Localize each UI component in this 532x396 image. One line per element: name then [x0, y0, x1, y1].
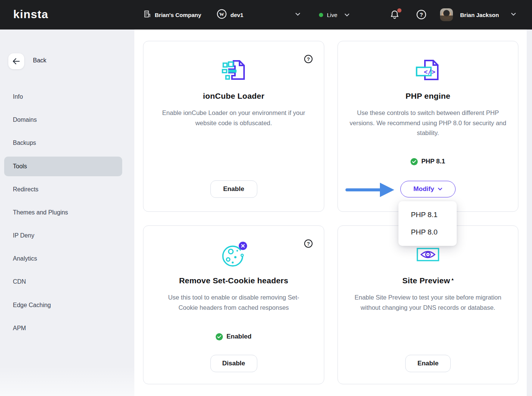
php-option-8-0[interactable]: PHP 8.0 — [398, 224, 457, 241]
sidebar-item-domains[interactable]: Domains — [13, 115, 37, 125]
card-title-set-cookie: Remove Set-Cookie headers — [143, 276, 324, 285]
company-name: Brian's Company — [155, 12, 201, 18]
sidebar-item-edge-caching[interactable]: Edge Caching — [13, 300, 51, 310]
environment-chevron-down-icon — [344, 13, 350, 17]
php-option-8-1[interactable]: PHP 8.1 — [398, 206, 457, 224]
site-selector[interactable]: W dev1 — [216, 0, 243, 30]
user-menu[interactable]: Brian Jackson — [460, 0, 499, 30]
site-name: dev1 — [230, 12, 243, 18]
card-description-set-cookie: Use this tool to enable or disable remov… — [161, 292, 307, 312]
question-mark-icon: ? — [420, 12, 423, 18]
php-code-document-icon: </> — [338, 55, 518, 85]
notifications-button[interactable] — [390, 10, 400, 20]
sidebar-item-cdn[interactable]: CDN — [13, 277, 26, 287]
annotation-arrow-icon — [345, 181, 395, 200]
set-cookie-status-label: Enabled — [226, 333, 251, 340]
back-label: Back — [33, 57, 47, 64]
set-cookie-status: Enabled — [143, 333, 324, 340]
svg-text:</>: </> — [424, 68, 436, 76]
environment-label: Live — [327, 12, 338, 18]
php-version-status: PHP 8.1 — [338, 158, 518, 165]
user-name: Brian Jackson — [460, 12, 499, 18]
user-chevron-down-icon[interactable] — [511, 12, 516, 16]
card-description-ioncube: Enable ionCube Loader on your environmen… — [155, 108, 313, 128]
card-title-site-preview: Site Preview▴ — [338, 276, 518, 285]
company-building-icon — [143, 10, 151, 20]
back-button[interactable] — [8, 53, 24, 69]
environment-sidebar: Back Info Domains Backups Tools Redirect… — [0, 30, 134, 396]
live-status-dot-icon — [319, 13, 323, 17]
site-preview-title-text: Site Preview — [402, 276, 450, 285]
ioncube-loader-card: ? ionCube Loader Enable ionCube Loader o… — [143, 41, 324, 212]
remove-set-cookie-card: ? Remove Set-Cookie headers Use this too… — [143, 225, 324, 384]
set-cookie-disable-button[interactable]: Disable — [210, 355, 257, 372]
php-modify-button[interactable]: Modify — [400, 181, 456, 197]
card-title-php-engine: PHP engine — [338, 92, 518, 101]
php-version-label: PHP 8.1 — [421, 158, 445, 165]
wordpress-icon: W — [216, 9, 227, 21]
site-preview-note-marker: ▴ — [451, 277, 453, 281]
chevron-down-icon — [438, 188, 442, 191]
sidebar-item-info[interactable]: Info — [13, 92, 23, 102]
environment-selector[interactable]: Live — [319, 0, 350, 30]
card-title-ioncube: ionCube Loader — [143, 92, 324, 101]
mykinsta-app: kinsta Brian's Company W — [0, 0, 532, 396]
check-circle-icon — [216, 333, 223, 340]
sidebar-item-backups[interactable]: Backups — [13, 138, 36, 148]
help-button[interactable]: ? — [417, 10, 426, 19]
sidebar-item-themes-and-plugins[interactable]: Themes and Plugins — [13, 208, 68, 217]
check-circle-icon — [411, 158, 418, 165]
site-preview-enable-button[interactable]: Enable — [405, 355, 451, 372]
user-avatar[interactable] — [440, 8, 453, 21]
php-version-dropdown: PHP 8.1 PHP 8.0 — [398, 201, 457, 246]
app-header: kinsta Brian's Company W — [0, 0, 532, 30]
sidebar-item-ip-deny[interactable]: IP Deny — [13, 231, 34, 241]
ioncube-document-icon — [143, 55, 324, 85]
notification-badge-dot — [397, 8, 401, 12]
ioncube-enable-button[interactable]: Enable — [210, 180, 257, 198]
kinsta-logo[interactable]: kinsta — [13, 8, 48, 21]
sidebar-item-apm[interactable]: APM — [13, 323, 26, 333]
company-selector[interactable]: Brian's Company — [143, 0, 201, 30]
site-preview-card: Site Preview▴ Enable Site Preview to tes… — [338, 225, 518, 384]
card-description-site-preview: Enable Site Preview to test your site be… — [352, 292, 504, 312]
svg-text:W: W — [219, 11, 224, 17]
sidebar-item-redirects[interactable]: Redirects — [13, 185, 39, 194]
arrow-left-icon — [12, 58, 20, 65]
card-description-php-engine: Use these controls to switch between dif… — [348, 108, 508, 138]
sidebar-item-tools[interactable]: Tools — [13, 162, 27, 171]
cookie-remove-icon — [143, 239, 324, 270]
sidebar-item-analytics[interactable]: Analytics — [13, 254, 37, 264]
modify-label: Modify — [414, 185, 434, 193]
site-chevron-down-icon[interactable] — [295, 12, 300, 16]
